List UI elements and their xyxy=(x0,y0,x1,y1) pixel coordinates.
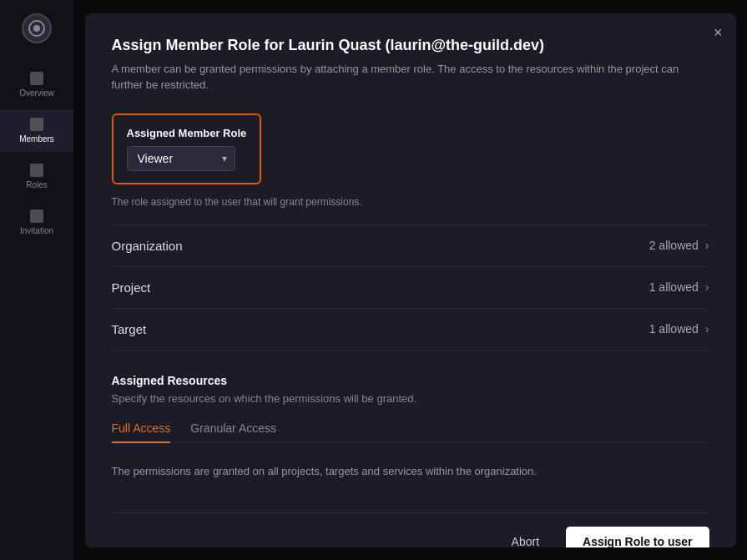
modal-subtitle: A member can be granted permissions by a… xyxy=(112,61,709,93)
tab-full-access[interactable]: Full Access xyxy=(112,415,171,443)
modal-overlay: × Assign Member Role for Laurin Quast (l… xyxy=(73,0,747,560)
app-logo xyxy=(22,13,52,43)
permission-right-project: 1 allowed › xyxy=(649,280,709,294)
permission-right-target: 1 allowed › xyxy=(649,322,709,335)
roles-icon xyxy=(30,164,43,177)
permission-row-organization[interactable]: Organization 2 allowed › xyxy=(112,225,709,267)
modal-title: Assign Member Role for Laurin Quast (lau… xyxy=(112,37,709,54)
tab-granular-access[interactable]: Granular Access xyxy=(190,415,276,443)
chevron-down-icon-target: › xyxy=(705,322,709,335)
permission-allowed-target: 1 allowed xyxy=(649,322,699,335)
close-button[interactable]: × xyxy=(714,25,723,40)
modal-footer: Abort Assign Role to user xyxy=(112,512,709,547)
tab-content-full-access: The permissions are granted on all proje… xyxy=(112,457,709,493)
main-area: × Assign Member Role for Laurin Quast (l… xyxy=(73,0,747,560)
sidebar-item-label: Members xyxy=(19,134,54,144)
chevron-down-icon-organization: › xyxy=(705,239,709,252)
sidebar-item-members[interactable]: Members xyxy=(0,109,73,152)
role-hint: The role assigned to the user that will … xyxy=(112,196,709,208)
resources-section: Assigned Resources Specify the resources… xyxy=(112,374,709,493)
permission-right-organization: 2 allowed › xyxy=(649,239,709,252)
role-section-label: Assigned Member Role xyxy=(127,127,247,139)
overview-icon xyxy=(30,72,43,85)
members-icon xyxy=(30,118,43,131)
chevron-down-icon-project: › xyxy=(705,280,709,294)
sidebar-item-label: Invitation xyxy=(20,226,53,235)
resources-subtitle: Specify the resources on which the permi… xyxy=(112,392,709,405)
permission-row-project[interactable]: Project 1 allowed › xyxy=(112,267,709,309)
permission-name-project: Project xyxy=(112,280,151,295)
sidebar-item-overview[interactable]: Overview xyxy=(0,63,73,106)
permission-list: Organization 2 allowed › Project 1 allow… xyxy=(112,225,709,351)
invitation-icon xyxy=(30,209,43,223)
permission-allowed-project: 1 allowed xyxy=(649,280,699,294)
permission-row-target[interactable]: Target 1 allowed › xyxy=(112,309,709,351)
sidebar-item-invitation[interactable]: Invitation xyxy=(0,201,73,244)
abort-button[interactable]: Abort xyxy=(498,528,553,547)
assign-role-modal: × Assign Member Role for Laurin Quast (l… xyxy=(85,13,736,547)
permission-name-target: Target xyxy=(112,322,147,336)
sidebar-item-roles[interactable]: Roles xyxy=(0,155,73,198)
role-select[interactable]: Viewer Editor Admin Owner xyxy=(127,146,235,171)
permission-allowed-organization: 2 allowed xyxy=(649,239,699,252)
sidebar-item-label: Overview xyxy=(19,88,54,98)
tabs: Full Access Granular Access xyxy=(112,415,709,443)
permission-name-organization: Organization xyxy=(112,239,183,253)
role-section: Assigned Member Role Viewer Editor Admin… xyxy=(112,114,262,184)
role-select-wrapper: Viewer Editor Admin Owner xyxy=(127,146,235,171)
assign-role-button[interactable]: Assign Role to user xyxy=(566,527,709,547)
sidebar: Overview Members Roles Invitation xyxy=(0,0,73,560)
resources-title: Assigned Resources xyxy=(112,374,709,387)
sidebar-item-label: Roles xyxy=(26,180,48,189)
